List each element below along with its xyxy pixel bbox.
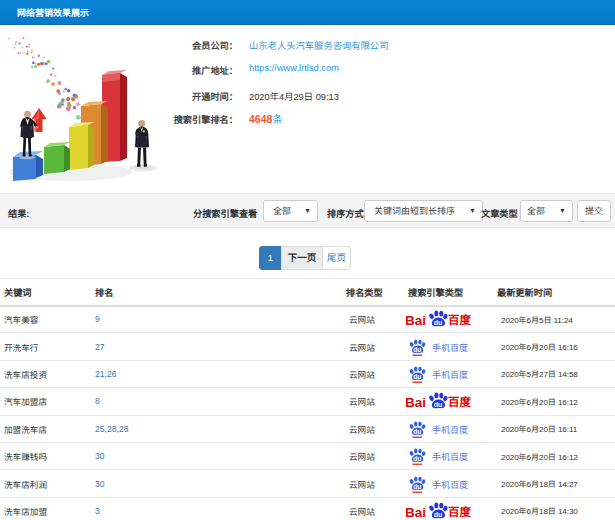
svg-text:手机百度: 手机百度: [432, 423, 468, 436]
svg-text:Bai: Bai: [406, 313, 426, 328]
svg-text:du: du: [413, 373, 421, 380]
svg-text:百度: 百度: [448, 503, 471, 519]
svg-text:百度: 百度: [448, 311, 471, 327]
svg-text:du: du: [413, 427, 421, 434]
svg-text:du: du: [413, 345, 421, 352]
svg-text:Bai: Bai: [406, 395, 426, 410]
svg-text:手机百度: 手机百度: [432, 368, 468, 381]
svg-text:du: du: [413, 482, 421, 489]
svg-text:du: du: [434, 401, 443, 409]
svg-text:手机百度: 手机百度: [432, 450, 468, 463]
svg-text:百度: 百度: [448, 393, 471, 409]
svg-text:手机百度: 手机百度: [432, 341, 468, 354]
svg-text:du: du: [413, 455, 421, 462]
svg-text:du: du: [434, 510, 443, 518]
svg-text:du: du: [434, 319, 443, 327]
svg-text:Bai: Bai: [406, 504, 426, 519]
svg-text:手机百度: 手机百度: [432, 478, 468, 491]
